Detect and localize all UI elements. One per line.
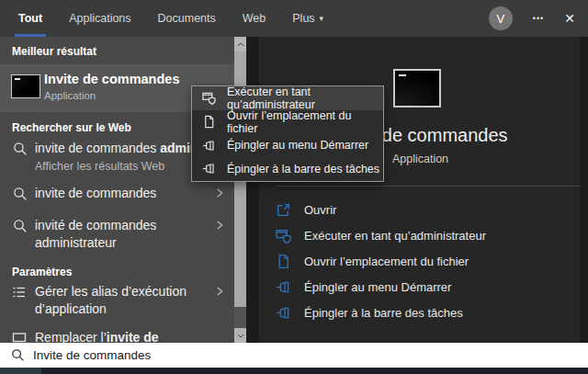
- search-icon: [13, 187, 28, 201]
- chevron-right-icon[interactable]: [214, 220, 225, 231]
- action-ouvrir[interactable]: Ouvrir: [276, 197, 579, 222]
- topbar-actions: V ••• ✕: [489, 0, 575, 37]
- taskbar-edge: [0, 368, 588, 374]
- web-search-header: Rechercher sur le Web: [12, 121, 131, 134]
- action-epingler-demarrer[interactable]: Épingler au menu Démarrer: [276, 274, 579, 300]
- menu-item-label: Épingler au menu Démarrer: [227, 139, 368, 152]
- chevron-right-icon[interactable]: [214, 187, 225, 198]
- action-label: Épingler à la barre des tâches: [304, 306, 463, 320]
- web-suggestion-administrateur[interactable]: invité de commandes administrateur: [0, 217, 234, 254]
- panel-edge: [246, 37, 259, 343]
- list-icon: [12, 285, 27, 300]
- results-scrollbar[interactable]: [234, 37, 246, 343]
- tab-applications[interactable]: Applications: [69, 0, 130, 37]
- tab-tout-label: Tout: [18, 12, 42, 25]
- best-result-subtitle: Application: [44, 90, 96, 101]
- tab-plus[interactable]: Plus ▾: [292, 0, 323, 37]
- tab-plus-label: Plus: [292, 12, 314, 25]
- run-as-admin-icon: [276, 228, 291, 244]
- best-result-title: Invite de commandes: [44, 72, 179, 86]
- monitor-icon: [12, 331, 27, 343]
- best-result-header: Meilleur résultat: [12, 45, 96, 58]
- tab-tout[interactable]: Tout: [18, 0, 42, 37]
- tab-web[interactable]: Web: [243, 0, 266, 37]
- context-menu: Exécuter en tant qu’administrateur Ouvri…: [191, 85, 384, 182]
- user-avatar[interactable]: V: [489, 6, 513, 30]
- settings-header: Paramètres: [12, 266, 72, 278]
- pin-icon: [276, 305, 291, 321]
- chevron-right-icon[interactable]: [214, 286, 225, 297]
- setting-item-alias[interactable]: Gérer les alias d’exécution d’applicatio…: [0, 283, 234, 320]
- run-as-admin-icon: [202, 91, 216, 105]
- web-suggestion-text: invité de commandes administrateur: [35, 217, 191, 252]
- menu-item-label: Exécuter en tant qu’administrateur: [227, 85, 383, 111]
- action-label: Exécuter en tant qu’administrateur: [304, 229, 486, 243]
- cmd-prompt-mark: [15, 78, 20, 80]
- web-suggestion-text: invite de commandes admin - Afficher les…: [35, 140, 215, 175]
- file-location-icon: [202, 115, 216, 129]
- search-icon: [13, 142, 28, 156]
- tab-web-label: Web: [243, 12, 266, 25]
- search-icon: [13, 219, 28, 233]
- open-window-icon: [276, 202, 291, 218]
- action-epingler-taches[interactable]: Épingler à la barre des tâches: [276, 300, 579, 325]
- pin-icon: [202, 139, 216, 153]
- action-label: Ouvrir: [304, 203, 336, 217]
- windows-search-window: Tout Applications Documents Web Plus ▾ V…: [0, 0, 588, 374]
- pin-icon: [276, 279, 291, 295]
- menu-item-epingler-taches[interactable]: Épingler à la barre des tâches: [192, 157, 383, 181]
- action-label: Épingler au menu Démarrer: [304, 280, 451, 294]
- menu-item-executer-admin[interactable]: Exécuter en tant qu’administrateur: [192, 86, 383, 110]
- active-tab-underline: [15, 34, 46, 37]
- menu-item-emplacement-fichier[interactable]: Ouvrir l’emplacement du fichier: [192, 110, 383, 134]
- preview-actions: Ouvrir Exécuter en tant qu’administrateu…: [276, 197, 579, 325]
- setting-item-text: Gérer les alias d’exécution d’applicatio…: [35, 283, 196, 318]
- web-suggestion-subtitle: Afficher les résultats Web: [35, 160, 164, 173]
- cmd-prompt-mark: [399, 74, 406, 76]
- web-suggestion-text: invite de commandes: [35, 185, 215, 202]
- close-icon[interactable]: ✕: [564, 11, 575, 26]
- menu-item-label: Épingler à la barre des tâches: [227, 163, 379, 176]
- results-panel: Meilleur résultat Invite de commandes Ap…: [0, 37, 234, 343]
- divider: [276, 186, 581, 187]
- action-label: Ouvrir l’emplacement du fichier: [304, 255, 469, 268]
- more-options-icon[interactable]: •••: [533, 14, 544, 23]
- pin-icon: [202, 162, 216, 176]
- taskbar-corner: [0, 368, 41, 374]
- cmd-app-icon-large: [393, 69, 441, 108]
- setting-item-remplacer[interactable]: Remplacer l’invite de: [0, 329, 234, 343]
- tab-documents-label: Documents: [158, 12, 216, 25]
- cmd-app-icon: [11, 74, 40, 98]
- search-filter-bar: Tout Applications Documents Web Plus ▾ V…: [0, 0, 588, 37]
- setting-item-text: Remplacer l’invite de: [35, 329, 215, 343]
- action-executer-admin[interactable]: Exécuter en tant qu’administrateur: [276, 222, 579, 248]
- preview-panel: Invite de commandes Application Ouvrir E…: [246, 37, 588, 343]
- search-input[interactable]: [33, 343, 575, 368]
- scroll-down-icon[interactable]: [234, 328, 246, 343]
- menu-item-epingler-demarrer[interactable]: Épingler au menu Démarrer: [192, 133, 383, 157]
- search-icon: [11, 348, 25, 362]
- search-bar: [0, 343, 588, 368]
- scroll-up-icon[interactable]: [234, 37, 246, 51]
- panel-edge: [580, 37, 588, 343]
- filter-tabs: Tout Applications Documents Web Plus ▾: [18, 0, 323, 37]
- tab-applications-label: Applications: [69, 12, 130, 25]
- file-location-icon: [276, 254, 291, 269]
- menu-item-label: Ouvrir l’emplacement du fichier: [227, 109, 383, 135]
- web-suggestion-plain[interactable]: invite de commandes: [0, 185, 234, 205]
- dropdown-arrow-icon: ▾: [320, 14, 324, 23]
- action-emplacement-fichier[interactable]: Ouvrir l’emplacement du fichier: [276, 248, 579, 274]
- tab-documents[interactable]: Documents: [158, 0, 216, 37]
